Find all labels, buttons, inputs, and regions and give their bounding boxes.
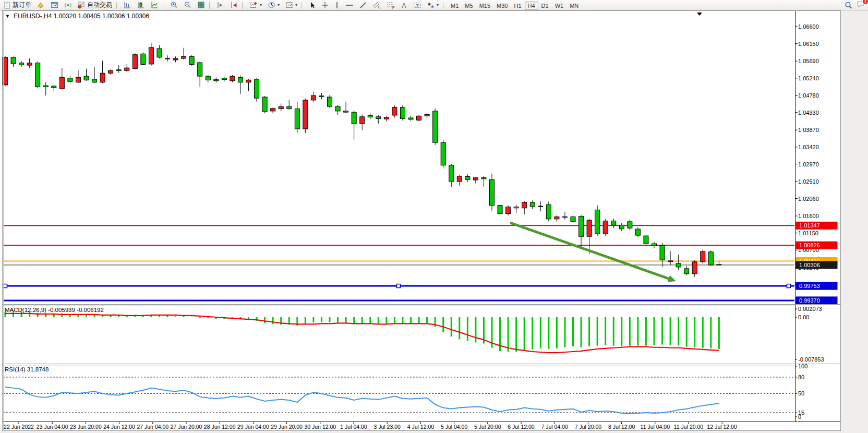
auto-scroll-button[interactable] [214,1,227,10]
horizontal-line-icon [345,2,354,9]
candle-body [255,79,259,98]
candle-body [35,63,40,87]
candle-body [335,106,340,111]
candle-body [262,97,267,112]
line-handle[interactable] [787,284,791,288]
data-window-button[interactable] [48,1,61,10]
line-chart-button[interactable] [148,1,161,10]
bar-chart-button[interactable] [121,1,134,10]
candle-body [27,63,32,65]
text-label-tool-button[interactable]: T [411,1,424,10]
candle-body [303,100,308,129]
fibonacci-tool-button[interactable]: F [384,1,397,10]
candle-body [603,221,608,234]
chevron-down-icon: ▾ [260,3,262,7]
new-order-icon [4,2,11,9]
toolbar-separator [209,2,212,9]
indicators-button[interactable]: ▾ [247,1,264,10]
candle-body [92,79,97,82]
trendline-tool-button[interactable] [357,1,369,10]
timeframe-H1[interactable]: H1 [511,2,524,10]
candle-body [165,58,170,59]
timeframe-W1[interactable]: W1 [552,2,567,10]
time-label: 22 Jun 2022 [4,424,34,430]
auto-trading-button[interactable]: 自动交易 [75,1,115,10]
cursor-icon [309,2,316,9]
timeframe-MN[interactable]: MN [566,2,582,10]
time-label: 1 Jul 04:00 [340,424,367,430]
line-price-label: 0.99753 [799,283,820,289]
candlestick-chart-icon [137,1,145,9]
chart-title: EURUSD-,H4 1.00320 1.00405 1.00306 1.003… [14,13,150,20]
zoom-out-button[interactable] [181,1,194,10]
timeframe-M15[interactable]: M15 [476,2,493,10]
cursor-tool-button[interactable] [306,1,318,10]
time-label: 27 Jun 20:00 [171,424,202,430]
price-tick-label: 1.03420 [798,144,819,150]
timeframe-H4[interactable]: H4 [525,2,538,10]
channel-tool-button[interactable]: E [370,1,383,10]
toolbar-separator [302,2,305,9]
candle-body [287,106,292,109]
periods-button[interactable]: ▾ [265,1,282,10]
tile-windows-button[interactable] [195,1,208,10]
candle-body [352,112,356,124]
candle-body [546,205,551,219]
price-tick-label: 1.02510 [798,178,819,185]
time-label: 5 Jul 20:00 [474,424,501,430]
search-icon[interactable] [845,2,852,9]
arrows-tool-button[interactable]: ▾ [425,1,441,10]
line-handle[interactable] [4,284,7,288]
candle-body [132,55,137,69]
timeframe-toolbar: M1M5M15M30H1H4D1W1MN [448,1,582,10]
candle-body [692,262,697,274]
candle-body [360,117,365,124]
auto-trading-icon [78,1,86,9]
templates-button[interactable]: ▾ [283,1,300,10]
notifications-button[interactable]: 1 [857,1,865,10]
vertical-line-tool-button[interactable] [332,1,342,10]
horizontal-line-tool-button[interactable] [343,1,356,10]
signals-button[interactable] [62,1,75,10]
time-label: 4 Jul 12:00 [407,424,435,430]
candle-body [595,210,600,234]
candle-body [530,202,535,207]
candle-body [319,96,324,97]
line-handle[interactable] [397,284,401,288]
crosshair-tool-button[interactable] [319,1,331,10]
candle-body [652,244,657,246]
candle-body [11,57,16,64]
timeframe-M5[interactable]: M5 [462,2,476,10]
time-label: 5 Jul 04:00 [441,424,468,430]
window-margin-bottom [0,431,868,433]
candle-body [587,220,592,236]
chart-shift-button[interactable] [227,1,240,10]
chevron-down-icon: ▾ [437,3,439,7]
candle-body [571,216,575,221]
text-label-icon: T [413,2,421,9]
candle-body [68,78,73,82]
chart-canvas[interactable]: 1.066001.061501.056901.052401.047801.043… [0,10,868,433]
new-order-button[interactable]: 新订单 [1,1,34,10]
timeframe-D1[interactable]: D1 [538,2,552,10]
timeframe-M1[interactable]: M1 [448,2,462,10]
equidistant-channel-icon: E [372,1,381,9]
candle-body [481,178,486,179]
time-label: 29 Jun 04:00 [237,424,269,430]
price-tick-label: 1.05240 [798,75,819,81]
candle-body [368,116,372,117]
zoom-in-button[interactable] [167,1,180,10]
market-watch-button[interactable] [34,1,47,10]
signal-icon [64,1,72,9]
text-tool-button[interactable]: A [398,1,410,10]
line-chart-icon [151,1,159,9]
symbol-dropdown-icon[interactable]: ▼ [5,14,10,19]
new-order-label: 新订单 [13,1,31,9]
timeframe-M30[interactable]: M30 [493,2,511,10]
toolbar-separator [443,2,446,9]
candlestick-chart-button[interactable] [135,1,148,10]
time-label: 23 Jun 20:00 [70,424,102,430]
market-watch-icon [37,1,45,9]
rsi-axis-label: 0 [798,414,801,420]
text-icon: A [401,2,407,9]
